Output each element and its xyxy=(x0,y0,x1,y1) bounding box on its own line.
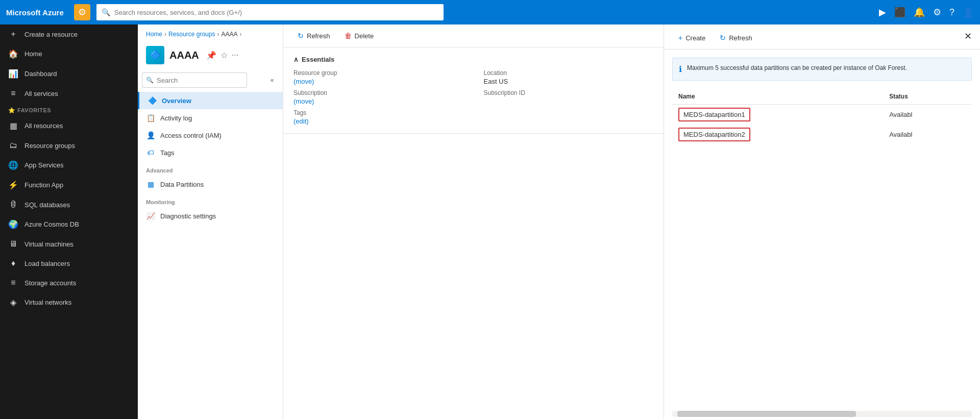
sidebar-item-sql-databases[interactable]: 🛢 SQL databases xyxy=(0,195,138,214)
delete-button[interactable]: 🗑 Delete xyxy=(338,29,380,43)
partition-status-2: Availabl xyxy=(883,125,972,144)
right-panel-refresh-button[interactable]: ↻ Refresh xyxy=(714,31,758,45)
global-search-input[interactable] xyxy=(114,9,438,16)
nav-search-input[interactable] xyxy=(142,72,247,88)
partition-status-1: Availabl xyxy=(883,105,972,125)
help-icon[interactable]: ? xyxy=(949,7,954,18)
nav-item-tags[interactable]: 🏷 Tags xyxy=(138,144,283,161)
delete-icon: 🗑 xyxy=(345,32,352,40)
sidebar-item-label: All services xyxy=(24,90,58,97)
essentials-section: ∧ Essentials Resource group (move) Locat… xyxy=(283,47,664,134)
notifications-icon[interactable]: 🔔 xyxy=(914,7,925,18)
nav-item-access-control[interactable]: 👤 Access control (IAM) xyxy=(138,127,283,144)
main-content: Home › Resource groups › AAAA › 🔷 AAAA 📌… xyxy=(138,24,980,419)
resource-icon: 🔷 xyxy=(146,46,164,64)
search-icon: 🔍 xyxy=(102,8,110,16)
plus-icon: + xyxy=(8,30,18,39)
essentials-subscription-id: Subscription ID xyxy=(484,89,654,105)
delete-label: Delete xyxy=(355,32,374,40)
nav-search-icon: 🔍 xyxy=(146,77,154,84)
more-icon[interactable]: ··· xyxy=(232,51,238,60)
table-row[interactable]: MEDS-datapartition1 Availabl xyxy=(672,105,972,125)
title-actions: 📌 ☆ ··· xyxy=(206,51,238,60)
refresh-icon: ↻ xyxy=(298,32,304,40)
nav-item-label: Tags xyxy=(160,149,174,157)
sidebar-item-function-app[interactable]: ⚡ Function App xyxy=(0,175,138,195)
essentials-location: Location East US xyxy=(484,69,654,85)
dashboard-icon: 📊 xyxy=(8,69,18,79)
data-table: Name Status MEDS-datapartition1 Availabl xyxy=(672,89,972,144)
sidebar-item-dashboard[interactable]: 📊 Dashboard xyxy=(0,64,138,84)
sidebar-item-label: Home xyxy=(24,50,42,58)
nav-collapse-button[interactable]: « xyxy=(265,73,279,87)
sidebar-item-storage-accounts[interactable]: ≡ Storage accounts xyxy=(0,273,138,292)
global-search-bar[interactable]: 🔍 xyxy=(96,4,444,20)
sidebar-item-app-services[interactable]: 🌐 App Services xyxy=(0,155,138,175)
sidebar-item-label: Dashboard xyxy=(24,70,57,78)
top-nav-icon-group: ▶ ⬛ 🔔 ⚙ ? 👤 xyxy=(879,7,974,18)
nav-item-activity-log[interactable]: 📋 Activity log xyxy=(138,109,283,127)
sidebar-item-load-balancers[interactable]: ♦ Load balancers xyxy=(0,254,138,273)
toolbar: ↻ Refresh 🗑 Delete xyxy=(283,24,664,47)
cloud-shell-icon[interactable]: ▶ xyxy=(879,7,886,18)
sidebar-item-label: Storage accounts xyxy=(24,279,76,287)
chevron-up-icon: ∧ xyxy=(293,56,299,63)
essentials-value: (edit) xyxy=(293,117,463,125)
essentials-header: ∧ Essentials xyxy=(293,56,653,63)
vm-icon: 🖥 xyxy=(8,239,18,249)
sidebar-item-label: Function App xyxy=(24,181,63,189)
brand-name: Microsoft Azure xyxy=(6,8,64,17)
rg-right-panel: ✕ + Create ↻ Refresh ℹ Maximum 5 success… xyxy=(664,24,980,419)
sidebar-item-all-resources[interactable]: ▦ All resources xyxy=(0,116,138,136)
resource-group-panel: Home › Resource groups › AAAA › 🔷 AAAA 📌… xyxy=(138,24,980,419)
settings-icon[interactable]: ⚙ xyxy=(933,7,941,18)
horizontal-scrollbar[interactable] xyxy=(672,411,972,417)
pin-icon[interactable]: 📌 xyxy=(206,51,216,60)
nav-item-overview[interactable]: 🔷 Overview xyxy=(138,92,283,109)
nav-item-data-partitions[interactable]: ▦ Data Partitions xyxy=(138,176,283,193)
tags-edit-link[interactable]: (edit) xyxy=(293,117,309,125)
account-icon[interactable]: 👤 xyxy=(963,7,974,18)
essentials-label: Subscription ID xyxy=(484,89,654,96)
storage-icon: ≡ xyxy=(8,278,18,287)
sidebar: + Create a resource 🏠 Home 📊 Dashboard ≡… xyxy=(0,24,138,419)
move-link[interactable]: (move) xyxy=(293,78,314,85)
breadcrumb-sep1: › xyxy=(164,31,166,38)
nav-item-diagnostic-settings[interactable]: 📈 Diagnostic settings xyxy=(138,207,283,225)
sidebar-item-create[interactable]: + Create a resource xyxy=(0,24,138,44)
sidebar-item-virtual-networks[interactable]: ◈ Virtual networks xyxy=(0,292,138,312)
sidebar-item-virtual-machines[interactable]: 🖥 Virtual machines xyxy=(0,234,138,254)
lb-icon: ♦ xyxy=(8,259,18,268)
vnet-icon: ◈ xyxy=(8,298,18,307)
scrollbar-thumb xyxy=(677,411,856,417)
sidebar-item-cosmos-db[interactable]: 🌍 Azure Cosmos DB xyxy=(0,214,138,234)
close-button[interactable]: ✕ xyxy=(964,31,972,42)
sidebar-item-label: Create a resource xyxy=(24,31,78,38)
resource-groups-icon: 🗂 xyxy=(8,141,18,150)
rg-title-row: 🔷 AAAA 📌 ☆ ··· xyxy=(138,42,283,70)
table-row[interactable]: MEDS-datapartition2 Availabl xyxy=(672,125,972,144)
star-icon[interactable]: ☆ xyxy=(220,51,228,60)
nav-item-label: Activity log xyxy=(160,114,192,122)
essentials-label: Subscription xyxy=(293,89,463,96)
resource-name: AAAA xyxy=(169,50,199,61)
sidebar-item-label: Load balancers xyxy=(24,260,70,267)
nav-item-label: Diagnostic settings xyxy=(160,212,216,220)
refresh-button[interactable]: ↻ Refresh xyxy=(291,29,336,43)
nav-item-label: Access control (IAM) xyxy=(160,132,222,139)
create-button[interactable]: + Create xyxy=(672,31,712,45)
sidebar-item-label: Virtual machines xyxy=(24,240,74,248)
nav-search-row: 🔍 « xyxy=(138,70,283,92)
nav-search-wrap: 🔍 xyxy=(142,72,263,88)
sidebar-item-resource-groups[interactable]: 🗂 Resource groups xyxy=(0,136,138,155)
sidebar-item-home[interactable]: 🏠 Home xyxy=(0,44,138,64)
azure-logo-icon: ⚙ xyxy=(74,4,90,20)
breadcrumb-home[interactable]: Home xyxy=(146,31,162,38)
info-banner: ℹ Maximum 5 successful data partitions c… xyxy=(672,58,972,81)
portal-settings-icon[interactable]: ⬛ xyxy=(894,7,905,18)
sidebar-item-all-services[interactable]: ≡ All services xyxy=(0,84,138,103)
subscription-move-link[interactable]: (move) xyxy=(293,97,314,105)
breadcrumb-resource-groups[interactable]: Resource groups xyxy=(168,31,215,38)
refresh-label: Refresh xyxy=(307,32,330,40)
breadcrumb-sep3: › xyxy=(239,31,241,38)
